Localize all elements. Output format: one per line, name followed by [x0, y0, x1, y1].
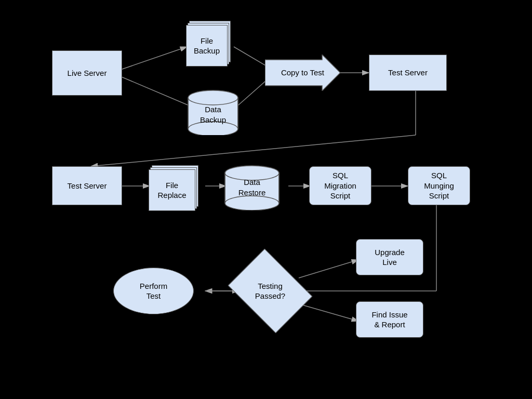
- testing-passed-diamond: TestingPassed?: [236, 265, 304, 317]
- file-backup-stack: FileBackup: [186, 21, 231, 66]
- file-replace-stack: FileReplace: [149, 165, 207, 211]
- data-restore-cylinder: DataRestore: [223, 164, 281, 210]
- upgrade-live-label: UpgradeLive: [375, 247, 405, 268]
- data-restore-label: DataRestore: [223, 177, 281, 197]
- svg-line-16: [299, 304, 358, 321]
- live-server-box: Live Server: [52, 50, 122, 96]
- data-backup-cylinder: DataBackup: [187, 88, 239, 135]
- svg-point-22: [188, 90, 238, 105]
- svg-point-28: [225, 196, 279, 210]
- test-server-top-box: Test Server: [369, 55, 447, 91]
- diagram-canvas: Live Server FileBackup DataBackup Copy t…: [0, 0, 532, 399]
- perform-test-ellipse: PerformTest: [113, 268, 194, 314]
- perform-test-label: PerformTest: [140, 281, 167, 301]
- copy-to-test-arrow: Copy to Test: [265, 55, 340, 91]
- svg-line-4: [234, 78, 269, 109]
- find-issue-label: Find Issue& Report: [371, 310, 407, 330]
- test-server-bottom-label: Test Server: [68, 181, 107, 191]
- sql-munging-box: SQLMungingScript: [408, 166, 470, 205]
- live-server-label: Live Server: [68, 68, 107, 78]
- test-server-top-label: Test Server: [388, 68, 428, 78]
- svg-line-3: [234, 47, 269, 68]
- sql-munging-label: SQLMungingScript: [424, 170, 454, 201]
- file-replace-label: FileReplace: [149, 169, 195, 211]
- testing-passed-label: TestingPassed?: [255, 281, 285, 301]
- svg-line-1: [112, 47, 187, 73]
- sql-migration-box: SQLMigrationScript: [309, 166, 371, 205]
- copy-to-test-label: Copy to Test: [281, 68, 324, 78]
- data-backup-label: DataBackup: [187, 104, 239, 125]
- find-issue-box: Find Issue& Report: [356, 301, 423, 338]
- svg-line-11: [91, 135, 416, 166]
- test-server-bottom-box: Test Server: [52, 166, 122, 205]
- file-backup-label: FileBackup: [186, 25, 228, 66]
- sql-migration-label: SQLMigrationScript: [324, 170, 356, 201]
- upgrade-live-box: UpgradeLive: [356, 239, 423, 275]
- svg-line-15: [299, 260, 358, 278]
- svg-line-2: [112, 73, 197, 109]
